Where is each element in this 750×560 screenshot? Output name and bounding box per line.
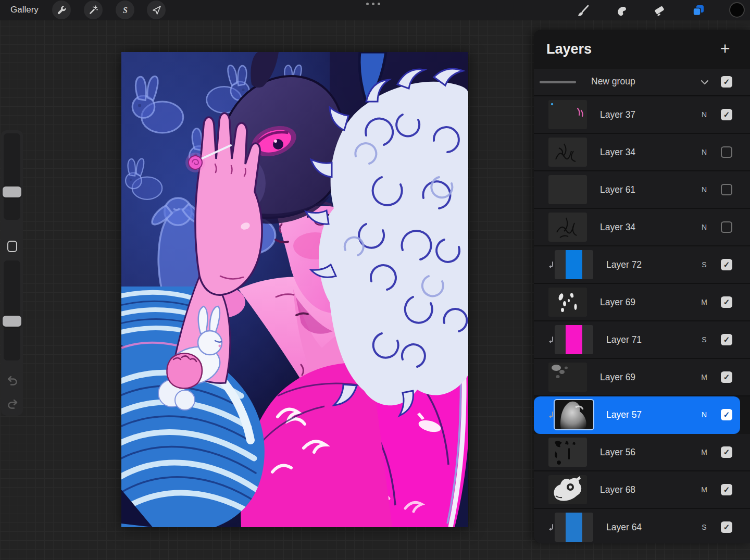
blend-mode-badge[interactable]: N	[699, 209, 709, 245]
selection-button[interactable]: S	[116, 1, 134, 19]
selection-s-icon: S	[120, 5, 130, 15]
layer-thumbnail[interactable]	[548, 138, 587, 167]
layer-thumbnail[interactable]	[555, 513, 593, 542]
color-swatch-button[interactable]	[729, 2, 745, 18]
layers-icon	[692, 4, 705, 17]
layer-name: Layer 56	[600, 447, 635, 458]
layer-visibility-checkbox[interactable]: ✓	[721, 371, 732, 383]
sidebar-controls	[1, 130, 23, 416]
group-name: New group	[591, 76, 635, 87]
layer-thumbnail[interactable]	[555, 400, 593, 429]
layer-row[interactable]: Layer 57 N ✓	[534, 396, 740, 434]
brush-button[interactable]	[574, 1, 593, 20]
smudge-button[interactable]	[612, 1, 631, 20]
redo-icon	[6, 399, 19, 411]
layers-button[interactable]	[689, 1, 708, 20]
layers-panel-header: Layers +	[534, 30, 750, 69]
blend-mode-badge[interactable]: S	[699, 321, 709, 358]
eraser-icon	[654, 4, 666, 17]
layer-name: Layer 34	[600, 222, 635, 233]
layer-thumbnail[interactable]	[548, 175, 587, 204]
layer-visibility-checkbox[interactable]	[721, 184, 732, 195]
layer-visibility-checkbox[interactable]: ✓	[721, 484, 732, 495]
gallery-button[interactable]: Gallery	[10, 0, 39, 20]
layer-name: Layer 64	[606, 522, 642, 533]
undo-button[interactable]	[6, 375, 19, 388]
layer-visibility-checkbox[interactable]: ✓	[721, 296, 732, 308]
brush-icon	[577, 4, 590, 17]
layer-row[interactable]: Layer 69 M ✓	[534, 359, 750, 396]
layer-row[interactable]: Layer 71 S ✓	[534, 321, 750, 359]
transform-button[interactable]	[147, 1, 166, 19]
layer-name: Layer 71	[606, 334, 642, 345]
blend-mode-badge[interactable]: M	[699, 359, 709, 395]
layer-row[interactable]: Layer 37 N ✓	[534, 96, 750, 134]
group-visibility-checkbox[interactable]: ✓	[721, 76, 732, 88]
layer-row[interactable]: Layer 72 S ✓	[534, 246, 750, 284]
group-thumbnail-bar	[540, 81, 576, 83]
blend-mode-badge[interactable]: N	[699, 396, 709, 433]
modify-button[interactable]	[7, 241, 17, 252]
layer-name: Layer 34	[600, 147, 635, 158]
blend-mode-badge[interactable]: M	[699, 471, 709, 508]
layer-visibility-checkbox[interactable]: ✓	[721, 446, 732, 458]
blend-mode-badge[interactable]: M	[699, 284, 709, 320]
multitask-dots-icon	[366, 3, 380, 5]
layer-name: Layer 68	[600, 484, 635, 495]
adjustments-button[interactable]	[84, 1, 103, 19]
brush-size-handle[interactable]	[3, 186, 21, 197]
layer-visibility-checkbox[interactable]: ✓	[721, 521, 732, 533]
add-layer-button[interactable]: +	[716, 40, 734, 58]
layer-name: Layer 37	[600, 109, 635, 120]
layer-thumbnail[interactable]	[548, 475, 587, 504]
blend-mode-badge[interactable]: S	[699, 246, 709, 283]
brush-opacity-slider[interactable]	[4, 260, 20, 360]
layer-thumbnail[interactable]	[555, 250, 593, 279]
layer-thumbnail[interactable]	[548, 288, 587, 317]
layers-panel: Layers + New group ✓ Layer 37 N ✓	[534, 30, 750, 543]
layer-row[interactable]: Layer 68 M ✓	[534, 471, 750, 509]
blend-mode-badge[interactable]: N	[699, 171, 709, 208]
actions-button[interactable]	[52, 1, 71, 19]
layer-row[interactable]: Layer 69 M ✓	[534, 284, 750, 321]
top-toolbar: Gallery S	[0, 0, 750, 20]
clipping-mask-icon	[547, 411, 554, 419]
layer-visibility-checkbox[interactable]: ✓	[721, 259, 732, 270]
layer-visibility-checkbox[interactable]: ✓	[721, 334, 732, 345]
chevron-down-icon[interactable]	[699, 77, 710, 88]
redo-button[interactable]	[6, 399, 19, 411]
layer-row[interactable]: Layer 61 N	[534, 171, 750, 209]
layer-thumbnail[interactable]	[548, 438, 587, 467]
eraser-button[interactable]	[651, 1, 669, 20]
layer-thumbnail[interactable]	[548, 100, 587, 129]
layer-visibility-checkbox[interactable]: ✓	[721, 109, 732, 120]
smudge-icon	[616, 4, 628, 17]
layer-row[interactable]: Layer 56 M ✓	[534, 434, 750, 471]
layer-visibility-checkbox[interactable]	[721, 221, 732, 233]
brush-opacity-handle[interactable]	[3, 316, 21, 327]
layer-row[interactable]: Layer 34 N	[534, 209, 750, 246]
blend-mode-badge[interactable]: M	[699, 434, 709, 470]
layer-name: Layer 69	[600, 372, 635, 383]
magic-wand-icon	[89, 5, 98, 15]
svg-text:S: S	[123, 5, 128, 14]
layers-panel-title: Layers	[546, 41, 592, 57]
undo-icon	[6, 375, 19, 388]
drawing-canvas[interactable]	[121, 52, 468, 527]
layer-visibility-checkbox[interactable]: ✓	[721, 409, 732, 420]
layer-thumbnail[interactable]	[548, 363, 587, 392]
blend-mode-badge[interactable]: N	[699, 134, 709, 170]
layer-group-row[interactable]: New group ✓	[534, 69, 750, 96]
layer-thumbnail[interactable]	[555, 325, 593, 354]
layer-thumbnail[interactable]	[548, 213, 587, 242]
blend-mode-badge[interactable]: N	[699, 96, 709, 133]
layer-name: Layer 69	[600, 297, 635, 308]
clipping-mask-icon	[547, 261, 554, 269]
layers-list: Layer 37 N ✓ Layer 34 N Layer 61 N	[534, 96, 750, 543]
layer-row[interactable]: Layer 34 N	[534, 134, 750, 171]
blend-mode-badge[interactable]: S	[699, 509, 709, 543]
brush-size-slider[interactable]	[4, 133, 20, 220]
layer-visibility-checkbox[interactable]	[721, 146, 732, 158]
layer-name: Layer 57	[606, 409, 642, 420]
layer-row[interactable]: Layer 64 S ✓	[534, 509, 750, 543]
